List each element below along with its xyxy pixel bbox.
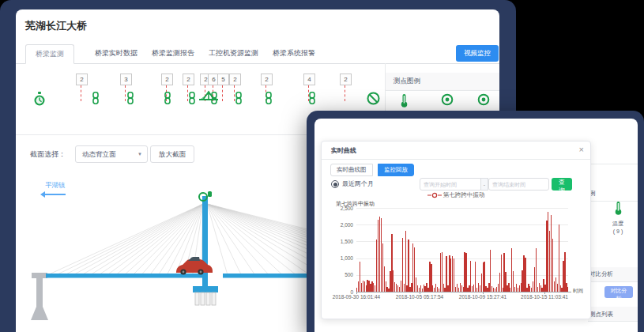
divider [588,164,638,164]
legend-label: 第七跨跨中振动 [443,191,485,198]
chain-icon[interactable] [265,92,273,108]
tab-1[interactable]: 桥梁监测 [25,44,74,64]
dialog-tab-2[interactable]: 监控回放 [378,164,414,176]
pile-foundation [195,292,216,305]
chart-bar [465,253,466,292]
front-window: 例 温度 ( 9 ) 对比分析 对比分析 测点列表 实时曲线 × 实时曲线图监控… [307,111,644,332]
section-select-value: 动态背立面 [82,150,116,158]
tab-2[interactable]: 桥梁实时数据 [85,44,147,62]
chart-x-axis-name: 时间 [573,288,583,295]
sensor-count-badge: 5 [217,74,229,85]
stopwatch-icon[interactable] [33,92,46,110]
main-tabbar: 桥梁监测桥梁实时数据桥梁监测报告工控机资源监测桥梁系统报警 [16,44,499,64]
sensor-dash-line [222,85,223,101]
no-entry-icon[interactable] [367,92,380,108]
recent-two-months-label: 最近两个月 [342,179,374,188]
x-tick-label: 2018-10-15 11:03:41 [521,294,568,300]
query-button[interactable]: 查询 [552,178,572,191]
sensor-count-badge: 2 [340,74,352,85]
tab-3[interactable]: 桥梁监测报告 [142,44,204,62]
sensor-legend-icon[interactable] [477,93,490,109]
video-monitor-button[interactable]: 视频监控 [456,45,499,62]
x-tick-mark [483,292,484,294]
x-tick-mark [420,292,420,294]
y-tick-label: 1,000 [325,255,353,261]
dialog-tab-1[interactable]: 实时曲线图 [330,164,373,176]
realtime-curve-dialog: 实时曲线 × 实时曲线图监控回放 最近两个月 - 查询 第七跨跨中振动 [321,141,591,319]
bridge-tower [202,196,208,288]
sensor-dash-line [345,85,345,101]
chart-bar [405,231,406,292]
chart-x-axis [356,292,571,292]
tab-4[interactable]: 工控机资源监测 [199,44,268,62]
front-page: 例 温度 ( 9 ) 对比分析 对比分析 测点列表 实时曲线 × 实时曲线图监控… [314,119,638,332]
recent-two-months-radio[interactable] [331,180,339,188]
dialog-header: 实时曲线 × [322,141,590,160]
compare-analysis-button[interactable]: 对比分析 [604,286,633,298]
chart-bar [501,255,502,292]
close-icon[interactable]: × [579,145,584,154]
chart-bar [536,248,537,292]
y-tick-label: 1,500 [325,239,353,244]
x-tick-label: 2018-10-05 05:17:54 [396,294,443,300]
legend-panel-header: 测点图例 [386,73,499,91]
chart-bar [408,240,409,292]
sensor-count-badge: 2 [76,74,88,85]
chart-legend[interactable]: 第七跨跨中振动 [322,191,590,199]
thermometer-icon [614,205,623,218]
compare-header-label: 对比分析 [589,270,613,278]
tab-5[interactable]: 桥梁系统报警 [263,44,325,62]
section-select-dropdown[interactable]: 动态背立面 ▼ [75,145,148,163]
legend-marker-icon [427,192,442,198]
x-tick-mark [356,292,357,294]
query-end-time-input[interactable] [488,178,549,191]
chain-icon[interactable] [164,92,171,108]
tower-footing [193,286,218,292]
chain-icon[interactable] [188,92,196,108]
y-tick-label: 500 [325,272,353,277]
temperature-label: 温度 [599,220,637,228]
legend-panel-title: 测点图例 [386,73,499,86]
sensor-legend-icon[interactable] [441,93,454,109]
chart-plot [356,208,568,292]
chart-bar [559,224,559,292]
chain-icon[interactable] [92,92,100,108]
range-separator: - [480,178,488,191]
temperature-count: ( 9 ) [599,228,637,234]
temperature-point[interactable]: 温度 ( 9 ) [599,201,637,234]
section-select-label: 截面选择： [30,149,66,160]
sensor-count-badge: 2 [161,74,173,85]
sensor-dash-line [81,85,81,101]
points-header-label: 测点列表 [589,311,613,319]
sensor-dash-line [125,85,126,101]
dialog-title: 实时曲线 [331,146,356,155]
page-title: 芜湖长江大桥 [25,19,87,33]
sensor-count-badge: 2 [261,74,273,85]
y-tick-label: 2,000 [325,222,353,228]
chain-icon[interactable] [308,92,316,108]
x-tick-mark [544,292,545,294]
x-tick-label: 2018-10-09 15:27:41 [459,294,507,300]
screen: 芜湖长江大桥 桥梁监测桥梁实时数据桥梁监测报告工控机资源监测桥梁系统报警 视频监… [0,0,644,332]
direction-label: 平湖镇 [45,181,66,191]
sensor-count-badge: 2 [183,74,194,85]
thermometer-icon[interactable] [400,93,409,111]
query-start-time-input[interactable] [420,178,482,191]
bridge-abutment [31,273,48,320]
sensor-count-badge: 4 [303,74,315,85]
chain-icon[interactable] [126,92,134,108]
sensor-count-badge: 2 [229,74,241,85]
chain-icon[interactable] [210,92,218,108]
enlarge-section-button[interactable]: 放大截面 [150,145,194,163]
chain-icon[interactable] [235,92,243,108]
sensor-count-badge: 3 [120,74,132,85]
x-tick-label: 2018-09-30 16:01:44 [333,294,380,300]
y-tick-label: 2,500 [325,206,353,211]
chevron-down-icon: ▼ [137,146,142,162]
